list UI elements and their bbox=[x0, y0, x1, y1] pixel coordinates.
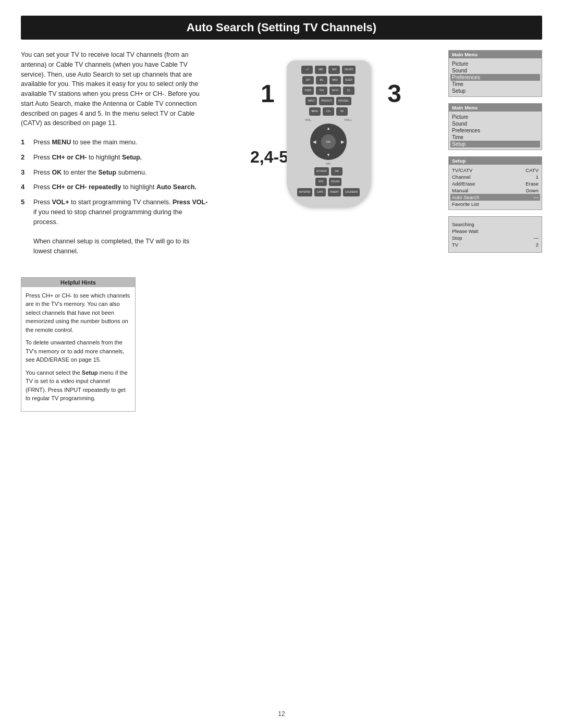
menu-screen-4: Searching Please Wait Stop — TV 2 bbox=[448, 216, 542, 253]
nav-pad[interactable]: ▲ ▼ ◀ ▶ OK bbox=[310, 124, 347, 160]
btn-ch-plus-top[interactable]: CH+ bbox=[323, 107, 334, 116]
nav-ok-button[interactable]: OK bbox=[321, 134, 336, 149]
search-label-3: Stop bbox=[452, 235, 462, 241]
btn-jkl[interactable]: JKL bbox=[316, 76, 327, 84]
btn-sound[interactable]: SOUND bbox=[329, 178, 341, 186]
btn-ghi[interactable]: GHI bbox=[302, 76, 314, 84]
search-label-4: TV bbox=[452, 242, 458, 248]
btn-go-back[interactable]: GO BACK bbox=[314, 167, 329, 176]
step-1: 1 Press MENU to see the main menu. bbox=[21, 138, 209, 147]
remote-row-4: INPUT PRESET0 INFO/DEL bbox=[291, 97, 366, 105]
btn-calendar[interactable]: CALENDAR bbox=[343, 188, 360, 196]
btn-mts[interactable]: MTS bbox=[315, 178, 327, 186]
btn-wxyz[interactable]: WXYZ bbox=[329, 87, 341, 95]
ch-labels: CH- bbox=[291, 162, 366, 165]
btn-on-off[interactable]: ON-OFF bbox=[342, 66, 355, 74]
page-title: Auto Search (Setting TV Channels) bbox=[21, 16, 542, 40]
btn-sleep[interactable]: SLEEP bbox=[343, 76, 355, 84]
menu-screen-2-title: Main Menu bbox=[449, 104, 542, 112]
menu-screen-1-title: Main Menu bbox=[449, 51, 542, 58]
search-row-1: Searching bbox=[452, 221, 538, 228]
nav-left-arrow[interactable]: ◀ bbox=[313, 140, 316, 144]
step-label-245: 2,4-5 bbox=[250, 149, 288, 165]
setup-row-6: Favorite List bbox=[452, 201, 538, 207]
remote-row-1: +7 ABC DEF ON-OFF bbox=[291, 66, 366, 74]
step-text-3: Press OK to enter the Setup submenu. bbox=[33, 168, 146, 178]
btn-plus7[interactable]: +7 bbox=[301, 66, 313, 74]
menu-screen-3-title: Setup bbox=[449, 157, 542, 165]
left-column: You can set your TV to receive local TV … bbox=[21, 50, 209, 262]
search-label-2: Please Wait bbox=[452, 228, 478, 234]
vol-plus-label: VOL+ bbox=[345, 118, 352, 121]
btn-pqrs[interactable]: PQRS bbox=[302, 87, 314, 95]
btn-abc[interactable]: ABC bbox=[315, 66, 326, 74]
menu-screen-1-item-1: Picture bbox=[452, 60, 538, 67]
remote-row-2: GHI JKL MNO SLEEP bbox=[291, 76, 366, 84]
nav-up-arrow[interactable]: ▲ bbox=[326, 126, 331, 131]
search-label-1: Searching bbox=[452, 221, 474, 227]
search-row-2: Please Wait bbox=[452, 228, 538, 235]
nav-right-arrow[interactable]: ▶ bbox=[341, 140, 344, 144]
remote-row-8: NOTEPAD CAPS INSERT CALENDAR bbox=[291, 188, 366, 196]
search-value-4: 2 bbox=[536, 242, 538, 248]
btn-insert[interactable]: INSERT bbox=[328, 188, 340, 196]
btn-notepad[interactable]: NOTEPAD bbox=[297, 188, 312, 196]
nav-down-arrow[interactable]: ▼ bbox=[326, 153, 331, 157]
btn-tuv[interactable]: TUV bbox=[316, 87, 327, 95]
setup-row-4: Manual Down bbox=[452, 187, 538, 194]
setup-label-6: Favorite List bbox=[452, 201, 479, 207]
step-3: 3 Press OK to enter the Setup submenu. bbox=[21, 168, 209, 178]
search-screen-body: Searching Please Wait Stop — TV 2 bbox=[449, 217, 542, 252]
setup-label-4: Manual bbox=[452, 188, 468, 193]
menu-screen-1-item-4: Time bbox=[452, 81, 538, 88]
step-2: 2 Press CH+ or CH- to highlight Setup. bbox=[21, 153, 209, 163]
ch-minus-label: CH- bbox=[326, 162, 331, 165]
btn-mno[interactable]: MNO bbox=[329, 76, 341, 84]
vol-minus-label: VOL- bbox=[305, 118, 312, 121]
remote-row-3: PQRS TUV WXYZ CC bbox=[291, 87, 366, 95]
step-label-3: 3 bbox=[387, 81, 401, 106]
menu-screen-2-item-1: Picture bbox=[452, 114, 538, 120]
btn-input[interactable]: INPUT bbox=[305, 97, 317, 105]
menu-screen-2-item-2: Sound bbox=[452, 120, 538, 127]
btn-ok-top[interactable]: OK bbox=[336, 107, 348, 116]
step-label-1: 1 bbox=[261, 81, 275, 106]
step-text-2: Press CH+ or CH- to highlight Setup. bbox=[33, 153, 142, 163]
setup-value-2: 1 bbox=[536, 174, 538, 180]
step-number-2: 2 bbox=[21, 153, 29, 161]
helpful-hints-box: Helpful Hints Press CH+ or CH- to see wh… bbox=[21, 277, 136, 412]
step-number-5: 5 bbox=[21, 198, 29, 206]
page-number: 12 bbox=[278, 710, 285, 718]
setup-label-1: TV/CATV bbox=[452, 167, 472, 173]
setup-row-2: Channel 1 bbox=[452, 174, 538, 180]
search-row-3: Stop — bbox=[452, 235, 538, 241]
right-column: Main Menu Picture Sound Preferences Time… bbox=[448, 50, 542, 262]
remote-row-7: MTS SOUND bbox=[291, 178, 366, 186]
setup-row-3: Add/Erase Erase bbox=[452, 180, 538, 187]
setup-row-5: Auto Search — bbox=[450, 194, 540, 201]
btn-menu[interactable]: MENU bbox=[309, 107, 321, 116]
step-5: 5 Press VOL+ to start programming TV cha… bbox=[21, 198, 209, 256]
btn-info-del[interactable]: INFO/DEL bbox=[336, 97, 351, 105]
setup-row-1: TV/CATV CATV bbox=[452, 167, 538, 174]
setup-label-5: Auto Search bbox=[452, 194, 479, 200]
remote-row-6: GO BACK FAV bbox=[291, 167, 366, 176]
btn-preset0[interactable]: PRESET0 bbox=[319, 97, 334, 105]
menu-screen-1-item-2: Sound bbox=[452, 67, 538, 74]
hint-paragraph-2: To delete unwanted channels from the TV'… bbox=[26, 338, 131, 364]
btn-cc[interactable]: CC bbox=[343, 87, 354, 95]
btn-caps[interactable]: CAPS bbox=[314, 188, 326, 196]
step-number-4: 4 bbox=[21, 183, 29, 191]
step-text-4: Press CH+ or CH- repeatedly to highlight… bbox=[33, 182, 197, 192]
step-number-1: 1 bbox=[21, 138, 29, 146]
menu-screen-1-item-3: Preferences bbox=[450, 74, 540, 81]
intro-text: You can set your TV to receive local TV … bbox=[21, 50, 209, 128]
menu-screen-2-item-4: Time bbox=[452, 134, 538, 141]
step-text-1: Press MENU to see the main menu. bbox=[33, 138, 137, 147]
btn-fav[interactable]: FAV bbox=[331, 167, 342, 176]
step-text-5: Press VOL+ to start programming TV chann… bbox=[33, 198, 209, 256]
remote-control: +7 ABC DEF ON-OFF GHI JKL MNO SLEEP PQRS… bbox=[287, 60, 370, 207]
btn-def[interactable]: DEF bbox=[328, 66, 340, 74]
hint-paragraph-3: You cannot select the Setup menu if the … bbox=[26, 368, 131, 403]
menu-screen-2-item-5: Setup bbox=[450, 141, 540, 147]
